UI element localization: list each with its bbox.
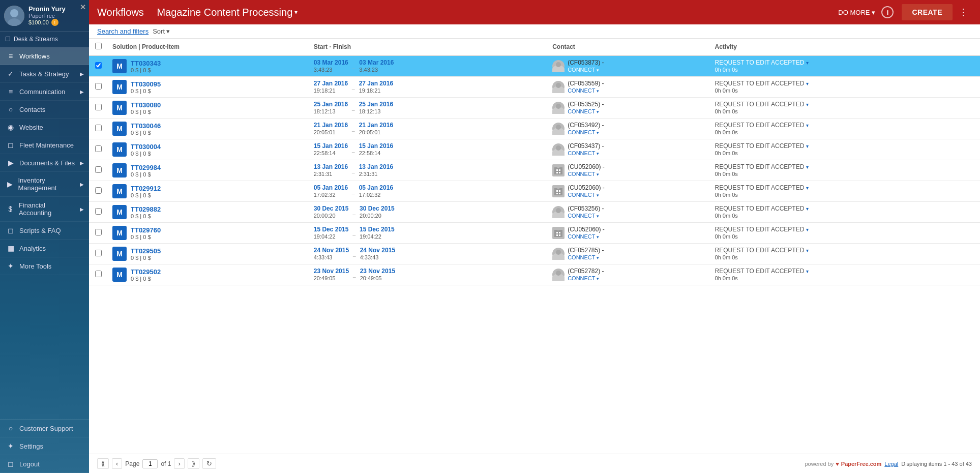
start-time: 18:12:13 <box>314 108 336 114</box>
activity-dropdown[interactable]: ▾ <box>806 185 809 191</box>
ticket-id[interactable]: TT030004 <box>131 143 161 151</box>
sidebar-item-documents[interactable]: ▶ Documents & Files ▶ <box>0 154 89 172</box>
last-page-button[interactable]: ⟫ <box>188 458 199 469</box>
sidebar-item-tasks[interactable]: ✓ Tasks & Strategy ▶ <box>0 65 89 83</box>
prev-page-button[interactable]: ‹ <box>112 458 122 469</box>
activity-dropdown[interactable]: ▾ <box>806 60 809 66</box>
sidebar-item-customer-support[interactable]: ○ Customer Support <box>0 420 89 437</box>
row-checkbox[interactable] <box>95 229 102 235</box>
info-icon[interactable]: i <box>881 6 894 18</box>
activity-dropdown[interactable]: ▾ <box>806 81 809 86</box>
ticket-id[interactable]: TT029502 <box>131 268 161 276</box>
connect-link[interactable]: CONNECT ▾ <box>568 254 599 260</box>
activity-dropdown[interactable]: ▾ <box>806 269 809 274</box>
legal-link[interactable]: Legal <box>884 461 898 467</box>
row-checkbox[interactable] <box>95 187 102 194</box>
sidebar-item-inventory[interactable]: ▶ Inventory Management ▶ <box>0 172 89 197</box>
row-checkbox[interactable] <box>95 208 102 215</box>
connect-link[interactable]: CONNECT ▾ <box>568 171 599 177</box>
connect-link[interactable]: CONNECT ▾ <box>568 192 599 198</box>
sidebar-item-more-tools[interactable]: ✦ More Tools <box>0 257 89 275</box>
row-checkbox[interactable] <box>95 83 102 90</box>
select-all-checkbox[interactable] <box>95 43 102 49</box>
row-checkbox[interactable] <box>95 145 102 152</box>
activity-dropdown[interactable]: ▾ <box>806 227 809 232</box>
page-number-input[interactable] <box>142 459 158 468</box>
sidebar-item-communication[interactable]: ≡ Communication ▶ <box>0 83 89 101</box>
table-row[interactable]: M TT029912 0 $ | 0 $ 05 Jan 2016 17:02:3… <box>89 181 980 202</box>
ticket-id[interactable]: TT029760 <box>131 226 161 234</box>
table-row[interactable]: M TT029502 0 $ | 0 $ 23 Nov 2015 20:49:0… <box>89 264 980 285</box>
next-page-button[interactable]: › <box>174 458 184 469</box>
sidebar-item-logout[interactable]: ◻ Logout <box>0 455 89 473</box>
activity-dropdown[interactable]: ▾ <box>806 143 809 149</box>
close-icon[interactable]: ✕ <box>80 3 86 11</box>
contact-cell: (CU052060) - CONNECT ▾ <box>547 223 709 244</box>
activity-dropdown[interactable]: ▾ <box>806 206 809 212</box>
sidebar-item-contacts[interactable]: ○ Contacts <box>0 101 89 119</box>
table-row[interactable]: M TT030080 0 $ | 0 $ 25 Jan 2016 18:12:1… <box>89 98 980 119</box>
sidebar-item-fleet[interactable]: ◻ Fleet Maintenance <box>0 136 89 154</box>
row-checkbox[interactable] <box>95 250 102 256</box>
row-checkbox[interactable] <box>95 104 102 110</box>
sidebar-item-desk-streams[interactable]: ☐ Desk & Streams <box>0 32 89 47</box>
table-row[interactable]: M TT030046 0 $ | 0 $ 21 Jan 2016 20:05:0… <box>89 119 980 139</box>
activity-dropdown[interactable]: ▾ <box>806 123 809 128</box>
table-row[interactable]: M TT029760 0 $ | 0 $ 15 Dec 2015 19:04:2… <box>89 223 980 244</box>
contact-id: (CF053437) - <box>568 142 604 150</box>
start-date: 15 Dec 2015 <box>314 226 349 233</box>
row-checkbox[interactable] <box>95 62 102 69</box>
sidebar-user-profile[interactable]: ✕ Pronin Yury PaperFree $100.00 ! <box>0 0 89 32</box>
table-row[interactable]: M TT030095 0 $ | 0 $ 27 Jan 2016 19:18:2… <box>89 77 980 98</box>
refresh-button[interactable]: ↻ <box>202 458 216 469</box>
search-filters-link[interactable]: Search and filters <box>97 27 149 35</box>
sidebar-item-settings[interactable]: ✦ Settings <box>0 437 89 455</box>
sidebar-item-financial[interactable]: $ Financial Accounting ▶ <box>0 197 89 222</box>
ticket-id[interactable]: TT029912 <box>131 185 161 192</box>
table-row[interactable]: M TT029984 0 $ | 0 $ 13 Jan 2016 2:31:31… <box>89 160 980 181</box>
m-badge: M <box>112 101 127 115</box>
sidebar-item-website[interactable]: ◉ Website <box>0 119 89 136</box>
table-row[interactable]: M TT029505 0 $ | 0 $ 24 Nov 2015 4:33:43… <box>89 244 980 264</box>
table-row[interactable]: M TT029882 0 $ | 0 $ 30 Dec 2015 20:00:2… <box>89 202 980 223</box>
duration-text: 0h 0m 0s <box>715 108 738 114</box>
sidebar-item-workflows[interactable]: ≡ Workflows <box>0 47 89 65</box>
row-checkbox[interactable] <box>95 166 102 173</box>
activity-dropdown[interactable]: ▾ <box>806 102 809 107</box>
activity-text: REQUEST TO EDIT ACCEPTED <box>715 142 805 150</box>
start-time: 19:04:22 <box>314 233 336 240</box>
connect-link[interactable]: CONNECT ▾ <box>568 87 599 94</box>
duration-text: 0h 0m 0s <box>715 254 738 260</box>
ticket-id[interactable]: TT029505 <box>131 247 161 255</box>
connect-link[interactable]: CONNECT ▾ <box>568 150 599 156</box>
ticket-id[interactable]: TT029882 <box>131 205 161 213</box>
row-checkbox[interactable] <box>95 125 102 131</box>
workflow-name[interactable]: Magazine Content Processing ▾ <box>157 7 298 18</box>
create-button[interactable]: CREATE <box>902 4 953 20</box>
menu-dots-icon[interactable]: ⋮ <box>955 7 972 18</box>
ticket-id[interactable]: TT030095 <box>131 80 161 88</box>
row-checkbox[interactable] <box>95 271 102 277</box>
activity-dropdown[interactable]: ▾ <box>806 164 809 170</box>
activity-dropdown[interactable]: ▾ <box>806 248 809 253</box>
connect-link[interactable]: CONNECT ▾ <box>568 129 599 135</box>
connect-link[interactable]: CONNECT ▾ <box>568 67 599 73</box>
connect-link[interactable]: CONNECT ▾ <box>568 108 599 114</box>
first-page-button[interactable]: ⟪ <box>97 458 109 469</box>
ticket-id[interactable]: TT030046 <box>131 122 161 130</box>
svg-rect-29 <box>559 232 560 233</box>
table-row[interactable]: M TT030343 0 $ | 0 $ 03 Mar 2016 3:43:23… <box>89 55 980 77</box>
connect-link[interactable]: CONNECT ▾ <box>568 233 599 240</box>
end-date: 27 Jan 2016 <box>359 80 393 87</box>
table-row[interactable]: M TT030004 0 $ | 0 $ 15 Jan 2016 22:58:1… <box>89 139 980 160</box>
sort-button[interactable]: Sort ▾ <box>153 27 170 35</box>
connect-link[interactable]: CONNECT ▾ <box>568 213 599 219</box>
ticket-id[interactable]: TT030343 <box>131 60 161 67</box>
sidebar-item-label: Settings <box>19 442 43 450</box>
sidebar-item-scripts[interactable]: ◻ Scripts & FAQ <box>0 222 89 240</box>
ticket-id[interactable]: TT030080 <box>131 101 161 109</box>
do-more-button[interactable]: DO MORE ▾ <box>832 9 881 16</box>
ticket-id[interactable]: TT029984 <box>131 164 161 171</box>
sidebar-item-analytics[interactable]: ▦ Analytics <box>0 240 89 257</box>
connect-link[interactable]: CONNECT ▾ <box>568 275 599 281</box>
